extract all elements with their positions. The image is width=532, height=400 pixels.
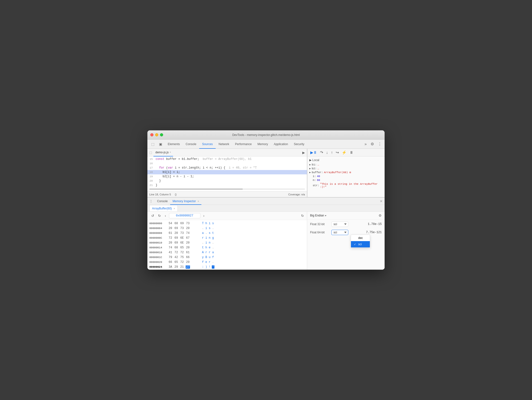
float64-format-select[interactable]: sci dec [331, 230, 348, 235]
value-toolbar: Big Endian ▾ ⚙ [307, 212, 385, 220]
dropdown-sci-label: sci [358, 243, 362, 246]
hex-row-1c: 0000001C 79 42 75 66 y B u [149, 255, 305, 260]
debug-var-buffer: ▶ buffer: ArrayBuffer(60) ⊞ [309, 170, 383, 174]
tab-console[interactable]: Console [183, 140, 199, 149]
source-file-tabs: ⬚ demo-js.js × ▶ [147, 149, 307, 156]
bottom-panel-menu-icon[interactable]: ⋮ [149, 199, 153, 203]
run-icon[interactable]: ▶ [302, 151, 305, 155]
source-panel: ⬚ demo-js.js × ▶ 15 const buffer = b1.bu… [147, 149, 307, 197]
code-line-21: 21 } [147, 183, 307, 187]
close-button[interactable] [150, 133, 153, 136]
tab-network[interactable]: Network [216, 140, 232, 149]
endian-select[interactable]: Big Endian ▾ [310, 214, 326, 217]
local-section-label: ▶ Local [309, 158, 383, 162]
hex-row-10: 00000010 20 69 6E 20 . i n [149, 240, 305, 245]
tab-sources[interactable]: Sources [199, 140, 216, 149]
dropdown-item-dec[interactable]: dec [351, 235, 370, 241]
tab-application[interactable]: Application [271, 140, 291, 149]
more-vert-icon[interactable]: ⋮ [377, 141, 383, 147]
hex-row-c: 0000000C 72 69 6E 67 r i n [149, 236, 305, 240]
horizontal-scrollbar[interactable] [149, 188, 305, 190]
memory-inspector-close-icon[interactable]: × [198, 200, 199, 203]
code-line-20: 20 } [147, 179, 307, 183]
code-line-19: 19 b2[i] = n - i - 1; [147, 174, 307, 179]
arraybuffer-tab[interactable]: ArrayBuffer(60) × [149, 205, 178, 211]
hex-row-20: 00000020 66 65 72 20 f e r [149, 260, 305, 265]
float32-format-select[interactable]: sci dec [331, 222, 348, 227]
hex-content: 00000000 54 68 69 73 T h i [147, 220, 307, 270]
console-tab-label: Console [157, 200, 168, 203]
status-bar: Line 18, Column 5 {} Coverage: n/a [147, 191, 307, 197]
code-line-15: 15 const buffer = b1.buffer; buffer = Ar… [147, 157, 307, 161]
cursor-position: Line 18, Column 5 [149, 193, 171, 196]
expand-icon-b1[interactable]: ▶ [309, 163, 311, 166]
endian-label: Big Endian [310, 214, 324, 217]
endian-dropdown-icon: ▾ [325, 214, 326, 217]
settings-icon[interactable]: ⚙ [370, 141, 375, 147]
window-title: DevTools - memory-inspector.glitch.me/de… [232, 133, 300, 137]
source-filename: demo-js.js [155, 151, 169, 154]
hex-panel: ↺ ↻ ‹ › ↻ 00000000 54 68 [147, 212, 307, 270]
hex-forward-btn[interactable]: ↻ [157, 213, 162, 218]
panel-icon[interactable]: ▣ [157, 141, 164, 148]
tab-memory[interactable]: Memory [255, 140, 271, 149]
bottom-tab-bar: ⋮ Console Memory Inspector × ✕ [147, 198, 385, 205]
cursor-icon[interactable]: ⬚ [149, 141, 156, 148]
hex-row-4: 00000004 20 69 73 20 . i s [149, 226, 305, 231]
code-line-18: 18 b1[i] = i; [147, 170, 307, 174]
pause-on-exceptions-btn[interactable]: ⏸ [349, 150, 354, 155]
devtools-tab-bar: ⬚ ▣ Elements Console Sources Network Per… [147, 140, 385, 149]
source-tab-close-icon[interactable]: × [170, 151, 171, 154]
step-out-btn[interactable]: ↑ [330, 150, 334, 155]
float64-type-label: Float 64-bit [310, 231, 329, 234]
tab-memory-inspector[interactable]: Memory Inspector × [170, 198, 201, 205]
step-btn[interactable]: ↪ [335, 150, 340, 155]
code-editor[interactable]: 15 const buffer = b1.buffer; buffer = Ar… [147, 156, 307, 191]
hex-address-input[interactable] [169, 213, 200, 218]
devtools-tabs-right: » ⚙ ⋮ [364, 141, 383, 147]
hex-row-28: 00000028 00 00 00 00 . . . [149, 269, 305, 270]
step-over-btn[interactable]: ↷ [319, 150, 324, 155]
source-file-tab[interactable]: demo-js.js × [153, 149, 173, 156]
maximize-button[interactable] [160, 133, 163, 136]
debug-var-i: i: 40 [309, 174, 383, 178]
expand-icon-buffer[interactable]: ▶ [309, 171, 311, 174]
traffic-lights [150, 133, 163, 136]
float32-value: 1.78e-15 [368, 222, 382, 226]
value-inspector-panel: Big Endian ▾ ⚙ Float 32-bit sci dec [307, 212, 385, 270]
close-bottom-panel-icon[interactable]: ✕ [380, 199, 383, 203]
debug-var-b2: ▶ b2: … [309, 167, 383, 170]
dropdown-item-sci[interactable]: ✓ sci [351, 241, 370, 247]
code-line-16: 16 [147, 161, 307, 166]
expand-icon-b2[interactable]: ▶ [309, 167, 311, 170]
resume-btn[interactable]: ▶⏸ [309, 150, 318, 155]
tab-performance[interactable]: Performance [232, 140, 255, 149]
value-rows: Float 32-bit sci dec 1.78e-15 ➜ Float 64… [307, 220, 385, 270]
coverage-status: Coverage: n/a [288, 193, 305, 196]
more-tabs-icon[interactable]: » [364, 141, 368, 147]
hex-row-24: 00000024 3A 29 21 27 : ) ! [149, 265, 305, 269]
hex-row-18: 00000018 41 72 72 61 A r r [149, 250, 305, 255]
source-file-icon: ⬚ [149, 151, 152, 154]
float32-type-label: Float 32-bit [310, 222, 329, 226]
arraybuffer-tab-close-icon[interactable]: × [174, 207, 175, 210]
tab-elements[interactable]: Elements [165, 140, 183, 149]
tab-security[interactable]: Security [291, 140, 307, 149]
hex-toolbar: ↺ ↻ ‹ › ↻ [147, 212, 307, 220]
float64-select-container: sci dec dec ✓ [331, 230, 348, 235]
step-into-btn[interactable]: ↓ [325, 150, 329, 155]
float64-value: 7.75e-121 [366, 231, 382, 234]
value-settings-icon[interactable]: ⚙ [379, 214, 382, 217]
hex-prev-btn[interactable]: ‹ [164, 213, 167, 218]
hex-refresh-btn[interactable]: ↻ [301, 214, 304, 218]
variables-panel: ▶ Local ▶ b1: … ▶ b2: … ▶ buffer: Arr [307, 156, 385, 197]
status-curly: {} [175, 193, 176, 196]
deactivate-btn[interactable]: ⚡ [341, 150, 348, 155]
hex-back-btn[interactable]: ↺ [150, 213, 155, 218]
hex-next-btn[interactable]: › [202, 213, 205, 218]
hex-row-8: 00000008 61 20 73 74 a . s [149, 231, 305, 236]
tab-console-bottom[interactable]: Console [155, 198, 170, 205]
float64-row: Float 64-bit sci dec [310, 230, 382, 235]
minimize-button[interactable] [155, 133, 158, 136]
title-bar: DevTools - memory-inspector.glitch.me/de… [147, 130, 385, 140]
